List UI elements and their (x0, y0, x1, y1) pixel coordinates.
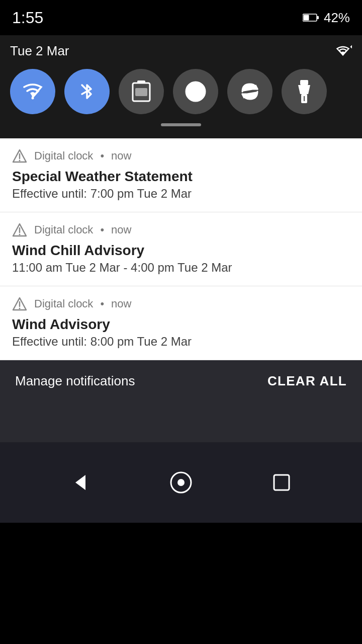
qs-scroll-dot (161, 123, 201, 126)
wifi-icon (21, 82, 44, 101)
auto-rotate-icon (238, 80, 261, 103)
qs-date: Tue 2 Mar (10, 43, 69, 59)
battery-saver-icon (131, 80, 152, 103)
notif-app-name: Digital clock (34, 297, 93, 310)
notif-title: Special Weather Statement (12, 169, 350, 185)
nav-bar (0, 442, 362, 523)
notif-time: now (111, 297, 131, 310)
warning-icon (12, 296, 27, 311)
wifi-toggle[interactable] (10, 69, 55, 114)
back-button[interactable] (65, 467, 96, 498)
dnd-toggle[interactable] (173, 69, 218, 114)
svg-marker-11 (298, 85, 310, 94)
status-time: 1:55 (12, 9, 43, 27)
quick-settings-panel: Tue 2 Mar (0, 35, 362, 138)
warning-icon (12, 148, 27, 164)
svg-marker-23 (75, 475, 85, 490)
warning-icon (12, 222, 27, 237)
notif-time: now (111, 223, 131, 236)
notification-card[interactable]: Digital clock • now Wind Chill Advisory … (0, 212, 362, 286)
notif-title: Wind Chill Advisory (12, 243, 350, 259)
notif-body: 11:00 am Tue 2 Mar - 4:00 pm Tue 2 Mar (12, 261, 350, 275)
status-right: 42% (303, 10, 350, 26)
notif-header: Digital clock • now (12, 148, 350, 164)
wifi-status-icon (334, 44, 352, 58)
home-icon (168, 470, 194, 495)
svg-rect-6 (137, 80, 145, 84)
svg-point-16 (19, 160, 21, 162)
svg-rect-26 (274, 475, 289, 490)
footer-bar: Manage notifications CLEAR ALL (0, 360, 362, 402)
qs-toggles (10, 69, 352, 114)
notification-card[interactable]: Digital clock • now Special Weather Stat… (0, 138, 362, 212)
notif-separator: • (100, 223, 104, 236)
recents-icon (272, 472, 292, 493)
back-icon (70, 472, 90, 493)
notif-body: Effective until: 7:00 pm Tue 2 Mar (12, 187, 350, 201)
manage-notifications-button[interactable]: Manage notifications (15, 373, 135, 389)
auto-rotate-toggle[interactable] (227, 69, 273, 114)
svg-rect-1 (303, 15, 309, 21)
battery-percent: 42% (324, 10, 350, 26)
notif-time: now (111, 149, 131, 163)
notif-app-name: Digital clock (34, 149, 93, 163)
svg-rect-7 (135, 88, 147, 96)
recents-button[interactable] (266, 467, 297, 498)
notification-card[interactable]: Digital clock • now Wind Advisory Effect… (0, 286, 362, 360)
svg-point-25 (177, 479, 185, 486)
notif-header: Digital clock • now (12, 296, 350, 311)
qs-scroll-indicator (10, 123, 352, 126)
home-button[interactable] (166, 467, 196, 498)
status-bar: 1:55 42% (0, 0, 362, 35)
notif-separator: • (100, 297, 104, 310)
svg-rect-2 (317, 16, 319, 19)
flashlight-toggle[interactable] (282, 69, 327, 114)
notif-title: Wind Advisory (12, 316, 350, 333)
battery-icon (303, 13, 319, 22)
svg-point-22 (19, 308, 21, 309)
notif-separator: • (100, 149, 104, 163)
flashlight-icon (295, 79, 313, 104)
dark-spacer (0, 402, 362, 442)
notif-app-name: Digital clock (34, 223, 93, 236)
bluetooth-toggle[interactable] (64, 69, 110, 114)
dnd-icon (184, 80, 207, 103)
battery-saver-toggle[interactable] (119, 69, 164, 114)
notif-header: Digital clock • now (12, 222, 350, 237)
notif-body: Effective until: 8:00 pm Tue 2 Mar (12, 335, 350, 349)
svg-point-4 (32, 97, 34, 100)
qs-date-row: Tue 2 Mar (10, 43, 352, 59)
svg-marker-3 (350, 45, 352, 48)
notifications-area: Digital clock • now Special Weather Stat… (0, 138, 362, 360)
svg-point-19 (19, 234, 21, 235)
bluetooth-icon (78, 79, 96, 104)
svg-rect-10 (300, 80, 308, 85)
clear-all-button[interactable]: CLEAR ALL (267, 373, 347, 389)
